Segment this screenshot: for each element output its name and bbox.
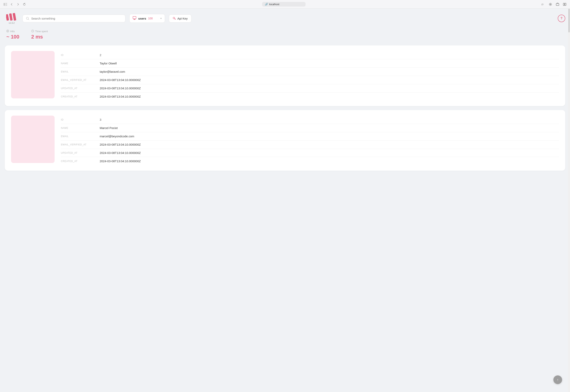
svg-rect-9 [6,14,9,21]
svg-rect-2 [5,4,7,5]
svg-rect-11 [13,13,16,21]
scrollbar-thumb[interactable] [569,9,570,32]
collection-name: users [138,17,146,20]
field-key: UPDATED_AT [61,152,97,154]
time-label: Time spent [35,30,48,33]
logo-area: v1.6.2 [5,13,19,24]
share-icon[interactable] [555,2,560,7]
browser-chrome: 🔗 localhost f? [0,0,570,9]
field-row: EMAILmarcel@beyondcode.com [61,132,559,140]
api-key-button[interactable]: Api Key [169,14,191,23]
results-container: ID2NAMETaylor OtwellEMAILtaylor@laravel.… [5,45,565,171]
field-value: marcel@beyondcode.com [100,135,134,138]
svg-rect-10 [9,13,13,21]
scroll-up-icon: ↑ [557,378,559,382]
field-row: CREATED_AT2024-03-08T13:04:10.000000Z [61,92,559,100]
field-value: 2 [100,53,101,57]
field-row: EMAIL_VERIFIED_AT2024-03-08T13:04:10.000… [61,140,559,149]
search-bar[interactable] [23,15,125,22]
field-value: 3 [100,118,101,121]
field-value: 2024-03-08T13:04:10.000000Z [100,151,141,154]
scrollbar-track[interactable] [568,9,570,392]
field-key: ID [61,118,97,121]
svg-rect-8 [565,3,566,6]
card-avatar [11,116,55,163]
field-row: ID2 [61,51,559,59]
card-fields: ID3NAMEMarcel PociotEMAILmarcel@beyondco… [61,116,559,165]
hits-icon [6,30,9,33]
font-icon[interactable]: f? [541,2,545,7]
scroll-to-top-button[interactable]: ↑ [553,375,562,384]
field-key: CREATED_AT [61,160,97,163]
api-key-icon [173,17,176,20]
forward-button[interactable] [16,2,20,7]
url-icon: 🔗 [265,3,268,6]
field-row: NAMETaylor Otwell [61,59,559,68]
field-key: EMAIL [61,70,97,73]
collection-count: 100 [148,17,153,20]
collection-icon [133,16,136,21]
hits-label: Hits [10,30,15,33]
logo-version: v1.6.2 [9,22,15,24]
field-key: CREATED_AT [61,95,97,98]
browser-actions: f? [541,2,567,7]
field-value: Marcel Pociot [100,126,118,130]
field-row: EMAIL_VERIFIED_AT2024-03-08T13:04:10.000… [61,76,559,84]
time-value: 2 ms [31,34,48,40]
field-key: EMAIL [61,135,97,138]
svg-point-12 [26,17,29,19]
field-row: UPDATED_AT2024-03-08T13:04:10.000000Z [61,149,559,157]
field-row: CREATED_AT2024-03-08T13:04:10.000000Z [61,157,559,165]
field-key: NAME [61,127,97,129]
address-bar[interactable]: 🔗 localhost [29,2,539,7]
svg-point-5 [550,4,551,5]
search-input[interactable] [31,17,122,20]
help-icon: ? [560,17,562,20]
field-row: ID3 [61,116,559,124]
settings-icon[interactable] [548,2,553,7]
stats-area: Hits ~ 100 Time spent 2 ms [5,30,565,40]
field-value: 2024-03-08T13:04:10.000000Z [100,78,141,82]
split-view-icon[interactable] [562,2,567,7]
browser-controls [3,2,27,7]
collection-selector[interactable]: users 100 ▾ [129,14,165,23]
hits-value: ~ 100 [6,34,19,40]
result-card: ID2NAMETaylor OtwellEMAILtaylor@laravel.… [5,45,565,106]
svg-rect-0 [3,3,5,6]
card-fields: ID2NAMETaylor OtwellEMAILtaylor@laravel.… [61,51,559,100]
app-container: v1.6.2 users 100 ▾ [0,9,570,392]
field-key: NAME [61,62,97,65]
field-value: 2024-03-08T13:04:10.000000Z [100,143,141,146]
field-value: 2024-03-08T13:04:10.000000Z [100,86,141,90]
reload-button[interactable] [22,2,27,7]
field-value: taylor@laravel.com [100,70,125,73]
time-stat: Time spent 2 ms [31,30,48,40]
field-row: EMAILtaylor@laravel.com [61,68,559,76]
svg-text:f?: f? [541,3,543,6]
app-header: v1.6.2 users 100 ▾ [5,13,565,24]
svg-rect-6 [556,3,559,6]
url-text: localhost [269,3,279,6]
search-icon [26,17,29,20]
back-button[interactable] [10,2,14,7]
svg-rect-7 [563,3,564,6]
svg-point-15 [7,30,9,32]
svg-point-16 [7,31,8,32]
svg-rect-13 [133,16,136,19]
card-avatar [11,51,55,98]
api-key-label: Api Key [177,17,188,20]
sidebar-toggle-icon[interactable] [3,2,8,7]
field-key: UPDATED_AT [61,87,97,90]
field-key: EMAIL_VERIFIED_AT [61,79,97,81]
hits-stat: Hits ~ 100 [6,30,19,40]
svg-rect-1 [5,3,7,3]
field-row: NAMEMarcel Pociot [61,124,559,132]
field-value: 2024-03-08T13:04:10.000000Z [100,95,141,98]
field-key: EMAIL_VERIFIED_AT [61,143,97,146]
app-logo [6,13,17,21]
result-card: ID3NAMEMarcel PociotEMAILmarcel@beyondco… [5,110,565,171]
field-row: UPDATED_AT2024-03-08T13:04:10.000000Z [61,84,559,92]
help-button[interactable]: ? [558,15,565,22]
chevron-down-icon: ▾ [161,17,161,20]
field-value: Taylor Otwell [100,62,117,65]
